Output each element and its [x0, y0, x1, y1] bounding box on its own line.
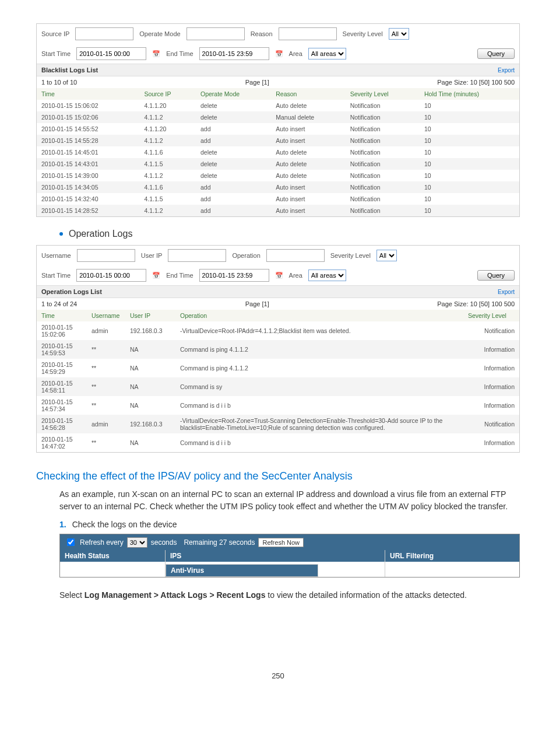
operation-input[interactable] — [266, 249, 325, 262]
table-header: Username — [87, 310, 125, 321]
area-select[interactable]: All areas — [308, 48, 346, 60]
start-time-label: Start Time — [41, 50, 71, 57]
page-label: Page [1] — [245, 79, 269, 86]
source-ip-input[interactable] — [75, 27, 133, 40]
start-time-input[interactable] — [76, 269, 146, 282]
page-size-label: Page Size: 10 [50] 100 500 — [437, 300, 515, 307]
reason-label: Reason — [251, 30, 273, 37]
calendar-icon[interactable]: 📅 — [275, 50, 283, 58]
antivirus-head: Anti-Virus — [166, 565, 318, 576]
table-row: 2010-01-15 14:39:004.1.1.2deleteAuto del… — [37, 170, 519, 181]
oplogs-table: TimeUsernameUser IPOperationSeverity Lev… — [37, 310, 519, 452]
username-input[interactable] — [77, 249, 135, 262]
url-filtering-head: URL Filtering — [385, 550, 519, 562]
end-time-input[interactable] — [199, 47, 269, 60]
table-row: 2010-01-15 14:34:054.1.1.6addAuto insert… — [37, 181, 519, 193]
table-row: 2010-01-15 14:57:34**NACommand is d i i … — [37, 396, 519, 415]
severity-level-label: Severity Level — [330, 252, 371, 259]
table-header: Severity Level — [463, 310, 519, 321]
end-time-label: End Time — [166, 272, 193, 279]
table-row: 2010-01-15 14:59:53**NACommand is ping 4… — [37, 340, 519, 359]
area-select[interactable]: All areas — [308, 270, 346, 281]
calendar-icon[interactable]: 📅 — [152, 50, 160, 58]
end-time-label: End Time — [166, 50, 193, 57]
page-label: Page [1] — [245, 300, 269, 307]
operation-logs-heading: Operation Logs — [59, 229, 520, 239]
end-time-input[interactable] — [199, 269, 269, 282]
table-row: 2010-01-15 15:02:064.1.1.2deleteManual d… — [37, 111, 519, 123]
table-row: 2010-01-15 14:28:524.1.1.2addAuto insert… — [37, 205, 519, 216]
userip-label: User IP — [141, 252, 163, 259]
operate-mode-input[interactable] — [186, 27, 245, 40]
table-header: Time — [37, 88, 139, 100]
severity-level-select[interactable]: All — [389, 28, 409, 40]
operation-label: Operation — [232, 252, 260, 259]
table-row: 2010-01-15 15:06:024.1.1.20deleteAuto de… — [37, 100, 519, 111]
operation-logs-screenshot: Username User IP Operation Severity Leve… — [36, 245, 520, 453]
export-link[interactable]: Export — [498, 289, 515, 295]
reason-input[interactable] — [279, 27, 337, 40]
table-row: 2010-01-15 14:43:014.1.1.5deleteAuto del… — [37, 158, 519, 170]
device-logs-panel: Refresh every 30 seconds Remaining 27 se… — [59, 534, 520, 578]
blacklist-table: TimeSource IPOperate ModeReasonSeverity … — [37, 88, 519, 216]
section-heading: Checking the effect of the IPS/AV policy… — [36, 470, 520, 482]
table-header: Reason — [271, 88, 345, 100]
calendar-icon[interactable]: 📅 — [275, 272, 283, 279]
start-time-input[interactable] — [76, 47, 146, 60]
severity-level-label: Severity Level — [343, 30, 383, 37]
export-link[interactable]: Export — [498, 67, 515, 74]
table-header: Hold Time (minutes) — [420, 88, 519, 100]
table-row: 2010-01-15 14:56:28admin192.168.0.3-Virt… — [37, 415, 519, 433]
bullet-icon — [59, 232, 63, 236]
table-header: Operation — [175, 310, 463, 321]
table-header: Operate Mode — [196, 88, 271, 100]
blacklist-logs-screenshot: Source IP Operate Mode Reason Severity L… — [36, 23, 520, 217]
table-header: Source IP — [139, 88, 196, 100]
username-label: Username — [41, 252, 71, 259]
blacklist-list-title: Blacklist Logs List — [41, 66, 98, 74]
page-number: 250 — [36, 671, 520, 680]
area-label: Area — [289, 272, 302, 279]
table-row: 2010-01-15 14:55:524.1.1.20addAuto inser… — [37, 123, 519, 135]
table-row: 2010-01-15 14:32:404.1.1.5addAuto insert… — [37, 193, 519, 205]
ips-head: IPS — [166, 550, 385, 562]
table-row: 2010-01-15 14:47:02**NACommand is d i i … — [37, 433, 519, 452]
table-row: 2010-01-15 14:59:29**NACommand is ping 4… — [37, 359, 519, 377]
query-button[interactable]: Query — [477, 270, 515, 281]
page-size-label: Page Size: 10 [50] 100 500 — [437, 79, 515, 86]
calendar-icon[interactable]: 📅 — [152, 272, 160, 279]
table-row: 2010-01-15 14:45:014.1.1.6deleteAuto del… — [37, 146, 519, 158]
operate-mode-label: Operate Mode — [139, 30, 180, 37]
table-header: Time — [37, 310, 87, 321]
table-row: 2010-01-15 15:02:06admin192.168.0.3-Virt… — [37, 321, 519, 340]
record-count: 1 to 10 of 10 — [41, 79, 77, 86]
start-time-label: Start Time — [41, 272, 71, 279]
table-row: 2010-01-15 14:58:11**NACommand is syInfo… — [37, 377, 519, 396]
after-panel-text: Select Log Management > Attack Logs > Re… — [59, 589, 520, 601]
refresh-now-button[interactable]: Refresh Now — [258, 538, 304, 547]
table-row: 2010-01-15 14:55:284.1.1.2addAuto insert… — [37, 135, 519, 146]
section-body: As an example, run X-scan on an internal… — [59, 488, 520, 513]
refresh-checkbox[interactable] — [67, 538, 75, 546]
severity-level-select[interactable]: All — [376, 250, 397, 261]
area-label: Area — [289, 50, 302, 57]
userip-input[interactable] — [168, 249, 226, 262]
remaining-seconds: Remaining 27 seconds — [184, 538, 255, 547]
table-header: Severity Level — [346, 88, 420, 100]
source-ip-label: Source IP — [41, 30, 69, 37]
table-header: User IP — [125, 310, 175, 321]
health-status-head: Health Status — [60, 550, 165, 562]
refresh-interval-select[interactable]: 30 — [127, 537, 147, 548]
step-1: 1. Check the logs on the device — [59, 520, 520, 529]
oplogs-list-title: Operation Logs List — [41, 288, 102, 295]
query-button[interactable]: Query — [477, 48, 515, 59]
record-count: 1 to 24 of 24 — [41, 300, 77, 307]
refresh-bar: Refresh every 30 seconds Remaining 27 se… — [60, 534, 519, 550]
